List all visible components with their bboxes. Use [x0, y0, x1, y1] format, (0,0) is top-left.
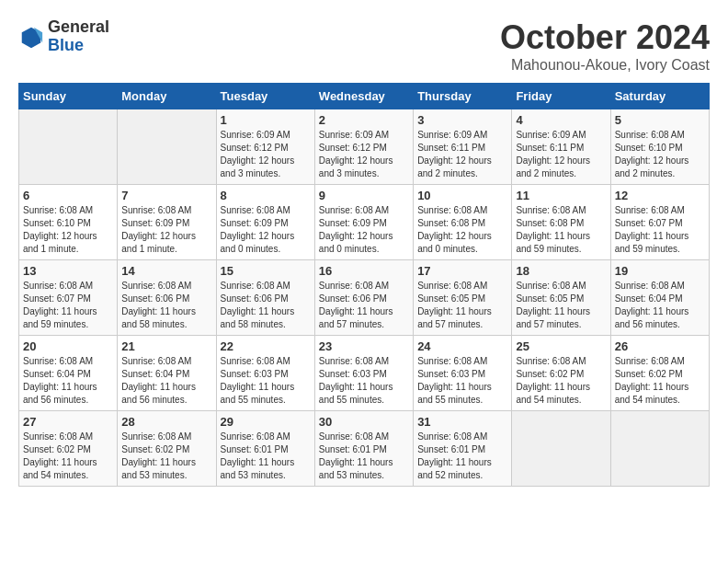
- calendar-cell: 9Sunrise: 6:08 AM Sunset: 6:09 PM Daylig…: [314, 185, 413, 260]
- calendar-cell: [19, 109, 118, 185]
- weekday-header-wednesday: Wednesday: [314, 84, 413, 109]
- day-number: 5: [615, 113, 705, 127]
- day-number: 3: [417, 113, 507, 127]
- calendar-cell: 29Sunrise: 6:08 AM Sunset: 6:01 PM Dayli…: [216, 411, 314, 487]
- day-info: Sunrise: 6:08 AM Sunset: 6:01 PM Dayligh…: [221, 431, 311, 482]
- page-title: October 2024: [500, 18, 710, 57]
- day-info: Sunrise: 6:09 AM Sunset: 6:12 PM Dayligh…: [221, 129, 311, 180]
- day-info: Sunrise: 6:08 AM Sunset: 6:05 PM Dayligh…: [417, 280, 507, 331]
- day-info: Sunrise: 6:09 AM Sunset: 6:12 PM Dayligh…: [319, 129, 409, 180]
- day-number: 14: [121, 264, 211, 278]
- day-info: Sunrise: 6:08 AM Sunset: 6:02 PM Dayligh…: [121, 431, 211, 482]
- calendar-cell: 20Sunrise: 6:08 AM Sunset: 6:04 PM Dayli…: [19, 336, 118, 411]
- day-info: Sunrise: 6:08 AM Sunset: 6:02 PM Dayligh…: [615, 355, 705, 407]
- day-number: 28: [121, 415, 211, 429]
- calendar-cell: 7Sunrise: 6:08 AM Sunset: 6:09 PM Daylig…: [118, 185, 216, 260]
- calendar-cell: 24Sunrise: 6:08 AM Sunset: 6:03 PM Dayli…: [414, 336, 512, 411]
- calendar-cell: 23Sunrise: 6:08 AM Sunset: 6:03 PM Dayli…: [314, 336, 413, 411]
- title-section: October 2024 Mahounou-Akoue, Ivory Coast: [500, 18, 710, 74]
- day-info: Sunrise: 6:08 AM Sunset: 6:04 PM Dayligh…: [23, 355, 113, 407]
- calendar-cell: 11Sunrise: 6:08 AM Sunset: 6:08 PM Dayli…: [512, 185, 610, 260]
- weekday-header-saturday: Saturday: [610, 84, 709, 109]
- calendar-cell: 13Sunrise: 6:08 AM Sunset: 6:07 PM Dayli…: [19, 260, 118, 336]
- day-number: 1: [221, 113, 311, 127]
- day-info: Sunrise: 6:08 AM Sunset: 6:03 PM Dayligh…: [319, 355, 409, 407]
- calendar-cell: 18Sunrise: 6:08 AM Sunset: 6:05 PM Dayli…: [512, 260, 610, 336]
- day-info: Sunrise: 6:08 AM Sunset: 6:04 PM Dayligh…: [615, 280, 705, 331]
- day-number: 4: [516, 113, 606, 127]
- day-info: Sunrise: 6:08 AM Sunset: 6:06 PM Dayligh…: [121, 280, 211, 331]
- calendar-cell: 30Sunrise: 6:08 AM Sunset: 6:01 PM Dayli…: [314, 411, 413, 487]
- weekday-header-thursday: Thursday: [414, 84, 512, 109]
- calendar-body: 1Sunrise: 6:09 AM Sunset: 6:12 PM Daylig…: [19, 109, 710, 487]
- day-number: 8: [221, 189, 311, 202]
- day-info: Sunrise: 6:08 AM Sunset: 6:06 PM Dayligh…: [221, 280, 311, 331]
- calendar-cell: [610, 411, 709, 487]
- day-number: 9: [319, 189, 409, 202]
- weekday-header-friday: Friday: [512, 84, 610, 109]
- day-info: Sunrise: 6:08 AM Sunset: 6:07 PM Dayligh…: [615, 204, 705, 256]
- day-number: 12: [615, 189, 705, 202]
- calendar-cell: 19Sunrise: 6:08 AM Sunset: 6:04 PM Dayli…: [610, 260, 709, 336]
- day-number: 10: [417, 189, 507, 202]
- calendar-week-4: 20Sunrise: 6:08 AM Sunset: 6:04 PM Dayli…: [19, 336, 710, 411]
- day-info: Sunrise: 6:08 AM Sunset: 6:09 PM Dayligh…: [221, 204, 311, 256]
- weekday-header-monday: Monday: [118, 84, 216, 109]
- day-info: Sunrise: 6:08 AM Sunset: 6:09 PM Dayligh…: [121, 204, 211, 256]
- day-number: 27: [23, 415, 113, 429]
- calendar-cell: 2Sunrise: 6:09 AM Sunset: 6:12 PM Daylig…: [314, 109, 413, 185]
- day-number: 2: [319, 113, 409, 127]
- calendar-cell: 26Sunrise: 6:08 AM Sunset: 6:02 PM Dayli…: [610, 336, 709, 411]
- calendar-week-3: 13Sunrise: 6:08 AM Sunset: 6:07 PM Dayli…: [19, 260, 710, 336]
- logo-blue-text: Blue: [48, 36, 84, 54]
- day-info: Sunrise: 6:08 AM Sunset: 6:05 PM Dayligh…: [516, 280, 606, 331]
- calendar-cell: [118, 109, 216, 185]
- day-number: 16: [319, 264, 409, 278]
- logo-icon: [18, 24, 44, 50]
- calendar-cell: 4Sunrise: 6:09 AM Sunset: 6:11 PM Daylig…: [512, 109, 610, 185]
- header: General Blue October 2024 Mahounou-Akoue…: [18, 18, 710, 74]
- day-number: 26: [615, 339, 705, 353]
- page-subtitle: Mahounou-Akoue, Ivory Coast: [500, 57, 710, 74]
- day-number: 25: [516, 339, 606, 353]
- calendar-cell: 6Sunrise: 6:08 AM Sunset: 6:10 PM Daylig…: [19, 185, 118, 260]
- day-info: Sunrise: 6:08 AM Sunset: 6:01 PM Dayligh…: [319, 431, 409, 482]
- day-number: 30: [319, 415, 409, 429]
- day-number: 6: [23, 189, 113, 202]
- day-number: 11: [516, 189, 606, 202]
- day-number: 21: [121, 339, 211, 353]
- day-info: Sunrise: 6:08 AM Sunset: 6:02 PM Dayligh…: [516, 355, 606, 407]
- day-info: Sunrise: 6:09 AM Sunset: 6:11 PM Dayligh…: [417, 129, 507, 180]
- day-number: 29: [221, 415, 311, 429]
- calendar-cell: 25Sunrise: 6:08 AM Sunset: 6:02 PM Dayli…: [512, 336, 610, 411]
- day-info: Sunrise: 6:08 AM Sunset: 6:10 PM Dayligh…: [615, 129, 705, 180]
- day-info: Sunrise: 6:08 AM Sunset: 6:03 PM Dayligh…: [417, 355, 507, 407]
- calendar-week-1: 1Sunrise: 6:09 AM Sunset: 6:12 PM Daylig…: [19, 109, 710, 185]
- calendar-cell: 12Sunrise: 6:08 AM Sunset: 6:07 PM Dayli…: [610, 185, 709, 260]
- calendar-cell: 16Sunrise: 6:08 AM Sunset: 6:06 PM Dayli…: [314, 260, 413, 336]
- day-info: Sunrise: 6:08 AM Sunset: 6:08 PM Dayligh…: [417, 204, 507, 256]
- day-info: Sunrise: 6:08 AM Sunset: 6:04 PM Dayligh…: [121, 355, 211, 407]
- day-info: Sunrise: 6:08 AM Sunset: 6:10 PM Dayligh…: [23, 204, 113, 256]
- calendar-cell: 21Sunrise: 6:08 AM Sunset: 6:04 PM Dayli…: [118, 336, 216, 411]
- day-number: 17: [417, 264, 507, 278]
- day-number: 20: [23, 339, 113, 353]
- calendar-table: SundayMondayTuesdayWednesdayThursdayFrid…: [18, 83, 710, 487]
- calendar-cell: 17Sunrise: 6:08 AM Sunset: 6:05 PM Dayli…: [414, 260, 512, 336]
- day-number: 31: [417, 415, 507, 429]
- logo-general-text: General: [48, 17, 109, 36]
- calendar-week-5: 27Sunrise: 6:08 AM Sunset: 6:02 PM Dayli…: [19, 411, 710, 487]
- day-info: Sunrise: 6:09 AM Sunset: 6:11 PM Dayligh…: [516, 129, 606, 180]
- calendar-cell: 15Sunrise: 6:08 AM Sunset: 6:06 PM Dayli…: [216, 260, 314, 336]
- weekday-header-tuesday: Tuesday: [216, 84, 314, 109]
- calendar-week-2: 6Sunrise: 6:08 AM Sunset: 6:10 PM Daylig…: [19, 185, 710, 260]
- weekday-header-row: SundayMondayTuesdayWednesdayThursdayFrid…: [19, 84, 710, 109]
- calendar-header: SundayMondayTuesdayWednesdayThursdayFrid…: [19, 84, 710, 109]
- day-info: Sunrise: 6:08 AM Sunset: 6:09 PM Dayligh…: [319, 204, 409, 256]
- day-number: 15: [221, 264, 311, 278]
- calendar-cell: 31Sunrise: 6:08 AM Sunset: 6:01 PM Dayli…: [414, 411, 512, 487]
- day-info: Sunrise: 6:08 AM Sunset: 6:02 PM Dayligh…: [23, 431, 113, 482]
- day-info: Sunrise: 6:08 AM Sunset: 6:08 PM Dayligh…: [516, 204, 606, 256]
- day-number: 7: [121, 189, 211, 202]
- calendar-cell: 1Sunrise: 6:09 AM Sunset: 6:12 PM Daylig…: [216, 109, 314, 185]
